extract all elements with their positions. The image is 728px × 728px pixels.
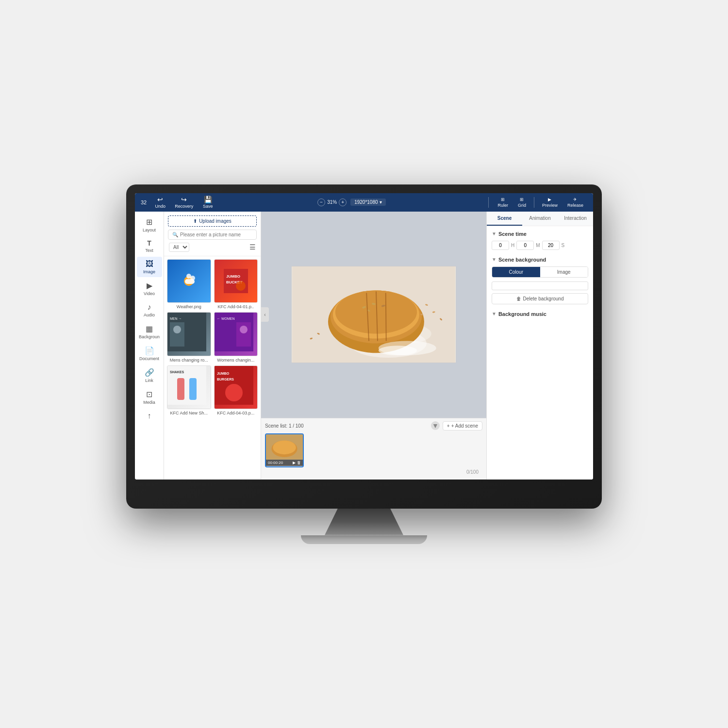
collapse-scene-button[interactable]: ▼: [431, 421, 440, 430]
sidebar-label-link: Link: [145, 378, 153, 383]
thumb-item-men[interactable]: MEN → Mens changing ro...: [167, 312, 211, 363]
delete-background-button[interactable]: 🗑 Delete background: [492, 293, 588, 304]
image-button[interactable]: Image: [540, 267, 588, 277]
collapse-panel-button[interactable]: ‹: [261, 307, 269, 322]
time-h-input[interactable]: [492, 241, 509, 250]
svg-rect-18: [177, 378, 184, 400]
layout-icon: ⊞: [146, 217, 152, 227]
thumb-item-kfc3[interactable]: JUMBO BURGERS KFC Add-04-03.p...: [214, 365, 258, 416]
zoom-value: 31%: [327, 199, 337, 205]
panel-grid: Weather.png JUMBO BUCKET: [164, 256, 261, 480]
right-tabs: Scene Animation Interaction: [487, 212, 593, 226]
sidebar-label-image: Image: [143, 269, 155, 274]
panel-header: ⬆ Upload images 🔍 All: [164, 212, 261, 256]
canvas-area: ‹: [261, 212, 486, 480]
link-icon: 🔗: [145, 368, 154, 377]
sidebar-item-document[interactable]: 📄 Document: [137, 343, 162, 364]
search-box: 🔍: [168, 230, 257, 240]
scene-thumb-1[interactable]: 00:00:20 ▶ 🗑: [265, 433, 304, 467]
resolution-button[interactable]: 1920*1080 ▾: [350, 199, 385, 206]
scene-play-icon[interactable]: ▶: [293, 461, 296, 465]
sidebar-item-image[interactable]: 🖼 Image: [137, 257, 162, 277]
tab-scene[interactable]: Scene: [487, 212, 522, 226]
zoom-control: − 31% +: [317, 199, 347, 206]
scene-controls: ▼ + + Add scene: [431, 421, 482, 430]
sidebar-item-background[interactable]: ▦ Backgroun: [137, 321, 162, 342]
upload-images-button[interactable]: ⬆ Upload images: [168, 215, 257, 227]
thumb-item-shakes[interactable]: SHAKES KFC Add New Sh...: [167, 365, 211, 416]
resolution-value: 1920*1080: [354, 199, 378, 205]
filter-select[interactable]: All: [169, 243, 189, 252]
search-input[interactable]: [180, 232, 252, 237]
svg-text:MEN →: MEN →: [170, 317, 182, 320]
search-icon: 🔍: [172, 232, 178, 237]
section-scene-background: ▼ Scene background Colour Image: [492, 257, 588, 304]
svg-point-48: [273, 440, 296, 454]
collapse-panel-icon: ‹: [264, 312, 265, 317]
undo-icon: ↩: [157, 196, 163, 203]
tab-interaction[interactable]: Interaction: [558, 212, 593, 226]
ruler-button[interactable]: ⊞ Ruler: [494, 196, 512, 209]
svg-text:← WOMEN: ← WOMEN: [217, 317, 235, 320]
recovery-button[interactable]: ↪ Recovery: [172, 195, 196, 210]
preview-button[interactable]: ▶ Preview: [538, 196, 562, 209]
audio-icon: ♪: [148, 303, 151, 312]
scene-delete-icon[interactable]: 🗑: [297, 461, 301, 465]
right-content: ▼ Scene time H M S: [487, 226, 593, 480]
tab-animation[interactable]: Animation: [522, 212, 558, 226]
header-divider-2: [534, 197, 534, 208]
svg-text:BURGERS: BURGERS: [217, 378, 234, 381]
scene-controls-icons: ▶ 🗑: [293, 461, 301, 465]
sidebar-item-audio[interactable]: ♪ Audio: [137, 300, 162, 320]
save-button[interactable]: 💾 Save: [199, 195, 216, 210]
section-header-background[interactable]: ▼ Scene background: [492, 257, 588, 263]
grid-button[interactable]: ⊞ Grid: [514, 196, 530, 209]
more-icon: ↑: [148, 412, 151, 420]
thumb-label-men: Mens changing ro...: [167, 358, 211, 363]
release-icon: ✈: [573, 197, 577, 202]
section-title-background: Scene background: [498, 257, 546, 263]
left-sidebar: ⊞ Layout T Text 🖼 Image ▶: [135, 212, 164, 480]
sidebar-label-media: Media: [143, 400, 155, 405]
undo-button[interactable]: ↩ Undo: [151, 195, 169, 210]
time-s-input[interactable]: [542, 241, 560, 250]
svg-point-45: [379, 346, 417, 355]
grid-icon: ⊞: [520, 197, 524, 202]
thumb-item-weather[interactable]: Weather.png: [167, 259, 211, 310]
zoom-in-button[interactable]: +: [339, 199, 347, 206]
scene-list-label: Scene list: 1 / 100: [265, 423, 304, 429]
svg-text:SHAKES: SHAKES: [170, 370, 184, 374]
monitor-screen: 32 ↩ Undo ↪ Recovery 💾 Save: [135, 193, 593, 480]
section-header-music[interactable]: ▼ Background music: [492, 311, 588, 317]
zoom-out-button[interactable]: −: [317, 199, 325, 206]
add-scene-button[interactable]: + + Add scene: [443, 421, 482, 430]
sidebar-item-link[interactable]: 🔗 Link: [137, 365, 162, 386]
sidebar-item-more[interactable]: ↑: [137, 409, 162, 423]
sidebar-label-video: Video: [144, 291, 155, 296]
scene-header: Scene list: 1 / 100 ▼ + + Add scene: [265, 421, 482, 430]
section-header-time[interactable]: ▼ Scene time: [492, 231, 588, 237]
image-icon: 🖼: [146, 260, 153, 268]
time-m-input[interactable]: [516, 241, 534, 250]
canvas-main[interactable]: ‹: [261, 212, 486, 418]
delete-bg-icon: 🗑: [516, 296, 521, 301]
main-area: ⊞ Layout T Text 🖼 Image ▶: [135, 212, 593, 480]
color-swatch[interactable]: [492, 281, 588, 290]
right-panel: Scene Animation Interaction: [486, 212, 593, 480]
scene-time: 00:00:20: [268, 461, 283, 465]
sidebar-item-layout[interactable]: ⊞ Layout: [137, 215, 162, 235]
upload-icon: ⬆: [193, 218, 197, 224]
sidebar-item-media[interactable]: ⊡ Media: [137, 387, 162, 408]
chevron-bg-icon: ▼: [492, 257, 496, 262]
menu-icon[interactable]: ☰: [249, 243, 256, 251]
thumb-item-kfc1[interactable]: JUMBO BUCKET KFC Add-04-01.p..: [214, 259, 258, 310]
svg-point-11: [173, 326, 181, 333]
svg-text:JUMBO: JUMBO: [226, 274, 240, 279]
thumb-label-kfc1: KFC Add-04-01.p..: [214, 304, 258, 309]
colour-button[interactable]: Colour: [492, 267, 540, 277]
sidebar-item-video[interactable]: ▶ Video: [137, 278, 162, 299]
release-button[interactable]: ✈ Release: [563, 196, 587, 209]
scene-strip: Scene list: 1 / 100 ▼ + + Add scene: [261, 418, 486, 480]
thumb-item-women[interactable]: ← WOMEN Womens changin...: [214, 312, 258, 363]
sidebar-item-text[interactable]: T Text: [137, 236, 162, 256]
